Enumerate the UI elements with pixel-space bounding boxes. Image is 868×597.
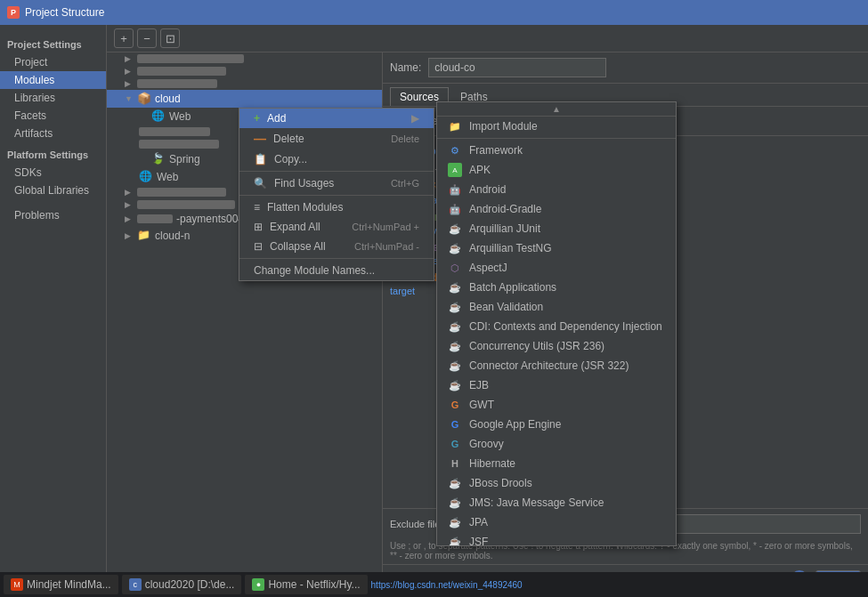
app-icon: P (7, 6, 20, 19)
web-icon: 🌐 (151, 109, 166, 124)
android-gradle-label: Android-Gradle (469, 203, 541, 215)
submenu-item-cdi[interactable]: ☕ CDI: Contexts and Dependency Injection (437, 317, 676, 336)
flatten-icon: ≡ (254, 201, 260, 214)
submenu-item-framework[interactable]: ⚙ Framework (437, 141, 676, 160)
collapse-icon: ⊟ (254, 240, 263, 253)
submenu-item-android[interactable]: 🤖 Android (437, 180, 676, 199)
sidebar-item-facets[interactable]: Facets (0, 107, 106, 125)
cloud-n-label: cloud-n (155, 230, 190, 242)
submenu-item-groovy[interactable]: G Groovy (437, 434, 676, 454)
menu-change-label: Change Module Names... (254, 264, 375, 277)
submenu-item-apk[interactable]: A APK (437, 160, 676, 180)
taskbar-item-mindjet[interactable]: M Mindjet MindMa... (4, 575, 118, 594)
submenu-item-concurrency[interactable]: ☕ Concurrency Utils (JSR 236) (437, 336, 676, 356)
menu-separator (239, 171, 434, 172)
taskbar-item-cloud[interactable]: c cloud2020 [D:\de... (122, 575, 242, 594)
groovy-icon: G (448, 437, 462, 451)
tree-arrow-icon: ▶ (125, 200, 137, 209)
aspectj-icon: ⬡ (448, 261, 462, 275)
remove-module-button[interactable]: − (137, 28, 157, 48)
spring-label: Spring (169, 153, 200, 165)
jboss-label: JBoss Drools (469, 477, 532, 489)
jms-icon: ☕ (448, 496, 462, 510)
sidebar-item-modules[interactable]: Modules (0, 71, 106, 89)
submenu-item-gwt[interactable]: G GWT (437, 395, 676, 415)
submenu-item-arquillian-junit[interactable]: ☕ Arquillian JUnit (437, 219, 676, 238)
menu-item-expand-all[interactable]: ⊞ Expand All Ctrl+NumPad + (239, 217, 434, 237)
submenu-item-google-app-engine[interactable]: G Google App Engine (437, 415, 676, 434)
collapse-shortcut: Ctrl+NumPad - (354, 241, 419, 252)
groovy-label: Groovy (469, 438, 504, 450)
add-module-button[interactable]: + (114, 28, 134, 48)
context-menu: + Add ▶ — Delete Delete 📋 Copy... (239, 108, 434, 281)
submenu-item-android-gradle[interactable]: 🤖 Android-Gradle (437, 199, 676, 219)
name-input[interactable] (428, 58, 606, 77)
tree-arrow-icon: ▶ (125, 67, 137, 76)
sidebar-item-global-libraries[interactable]: Global Libraries (0, 182, 106, 199)
submenu-item-ejb[interactable]: ☕ EJB (437, 375, 676, 395)
menu-copy-label: Copy... (274, 153, 307, 165)
sidebar-item-libraries[interactable]: Libraries (0, 89, 106, 107)
add-icon: + (254, 112, 260, 125)
name-row: Name: (383, 52, 868, 84)
submenu-item-jms[interactable]: ☕ JMS: Java Message Service (437, 493, 676, 512)
delete-icon: — (254, 132, 266, 146)
arquillian-junit-label: Arquillian JUnit (469, 222, 540, 235)
sidebar-item-artifacts[interactable]: Artifacts (0, 125, 106, 142)
menu-item-collapse-all[interactable]: ⊟ Collapse All Ctrl+NumPad - (239, 237, 434, 256)
gwt-label: GWT (469, 399, 494, 411)
menu-item-change-names[interactable]: Change Module Names... (239, 261, 434, 280)
submenu-item-hibernate[interactable]: H Hibernate (437, 454, 676, 473)
jboss-icon: ☕ (448, 476, 462, 490)
batch-label: Batch Applications (469, 281, 556, 294)
tree-item[interactable]: ▶ (107, 77, 382, 90)
framework-submenu: ▲ 📁 Import Module ⚙ Framework A APK (436, 101, 677, 546)
sidebar-item-project[interactable]: Project (0, 53, 106, 71)
jsf-icon: ☕ (448, 535, 462, 546)
cloud-icon: c (129, 578, 142, 591)
taskbar-item-chrome[interactable]: ● Home - Netflix/Hy... (245, 575, 367, 594)
tree-item-cloud[interactable]: ▼ 📦 cloud (107, 90, 382, 108)
submenu-item-bean-validation[interactable]: ☕ Bean Validation (437, 297, 676, 317)
web-icon: 🌐 (139, 170, 153, 184)
menu-item-add[interactable]: + Add ▶ (239, 109, 434, 128)
submenu-item-batch[interactable]: ☕ Batch Applications (437, 278, 676, 297)
payments-label: -payments004 (176, 213, 244, 225)
tree-arrow-icon: ▶ (125, 54, 137, 63)
submenu-separator (437, 138, 676, 139)
submenu-item-jboss-drools[interactable]: ☕ JBoss Drools (437, 473, 676, 493)
expand-shortcut: Ctrl+NumPad + (352, 222, 419, 232)
jpa-label: JPA (469, 516, 488, 528)
menu-delete-label: Delete (273, 133, 304, 145)
menu-separator3 (239, 258, 434, 259)
sidebar-item-sdks[interactable]: SDKs (0, 164, 106, 182)
menu-add-label: Add (267, 112, 286, 125)
apk-icon: A (448, 163, 462, 177)
tree-item[interactable]: ▶ (107, 52, 382, 65)
submenu-item-connector[interactable]: ☕ Connector Architecture (JSR 322) (437, 356, 676, 375)
copy-module-button[interactable]: ⊡ (160, 28, 180, 48)
title-bar-text: Project Structure (25, 6, 104, 19)
spring-icon: 🍃 (151, 152, 166, 166)
import-icon: 📁 (448, 119, 462, 133)
jsf-label: JSF (469, 536, 488, 546)
taskbar: M Mindjet MindMa... c cloud2020 [D:\de..… (0, 572, 868, 597)
menu-item-copy[interactable]: 📋 Copy... (239, 149, 434, 169)
mindjet-label: Mindjet MindMa... (27, 578, 111, 591)
submenu-item-import[interactable]: 📁 Import Module (437, 117, 676, 136)
menu-item-delete[interactable]: — Delete Delete (239, 128, 434, 149)
submenu-item-jsf[interactable]: ☕ JSF (437, 532, 676, 546)
concurrency-label: Concurrency Utils (JSR 236) (469, 340, 604, 352)
submenu-item-jpa[interactable]: ☕ JPA (437, 512, 676, 532)
menu-item-flatten[interactable]: ≡ Flatten Modules (239, 198, 434, 217)
menu-item-find-usages[interactable]: 🔍 Find Usages Ctrl+G (239, 173, 434, 193)
sidebar-item-problems[interactable]: Problems (0, 206, 106, 224)
menu-find-label: Find Usages (274, 177, 334, 190)
submenu-item-arquillian-testng[interactable]: ☕ Arquillian TestNG (437, 238, 676, 258)
submenu-item-aspectj[interactable]: ⬡ AspectJ (437, 258, 676, 278)
tree-arrow-icon: ▼ (125, 94, 137, 103)
framework-icon: ⚙ (448, 143, 462, 157)
modules-toolbar: + − ⊡ (107, 25, 868, 52)
expand-icon: ⊞ (254, 221, 263, 233)
tree-item[interactable]: ▶ (107, 65, 382, 77)
